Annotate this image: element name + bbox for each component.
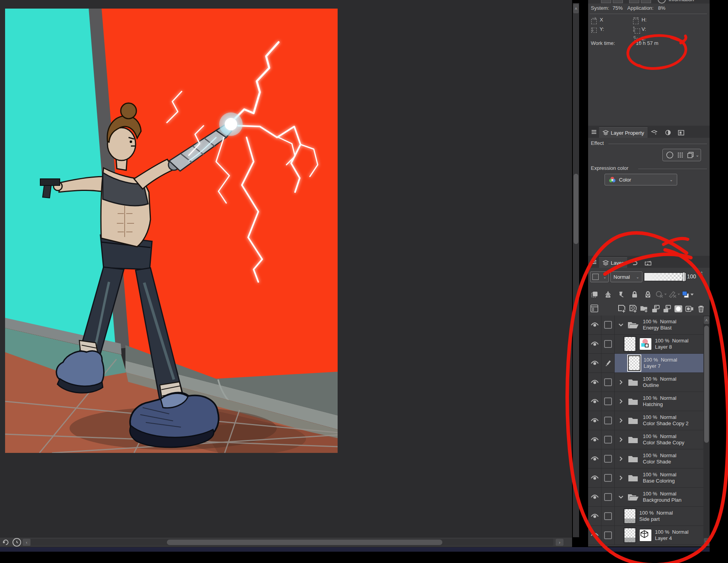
layer-checkbox[interactable] (604, 397, 612, 405)
chevron-right-icon[interactable] (617, 456, 625, 461)
visibility-cell[interactable] (588, 392, 601, 411)
eye-icon[interactable] (590, 360, 599, 366)
checkbox-cell[interactable] (601, 507, 615, 526)
merge-to-lower-icon[interactable] (662, 304, 671, 314)
layer-row[interactable]: 100 %NormalColor Shade (588, 449, 703, 469)
rotate-canvas-icon[interactable] (2, 538, 10, 547)
checkbox-cell[interactable] (601, 488, 615, 506)
layer-row-content[interactable]: 100 %NormalLayer 7 (615, 354, 703, 372)
layer-checkbox[interactable] (604, 474, 612, 482)
layer-list-scrollbar[interactable]: ˄ ˅ (703, 315, 710, 547)
visibility-cell[interactable] (588, 315, 601, 334)
visibility-cell[interactable] (588, 526, 601, 545)
visibility-cell[interactable] (588, 430, 601, 449)
eye-icon[interactable] (590, 322, 599, 328)
layer-checkbox[interactable] (604, 321, 612, 329)
chevron-down-icon[interactable]: ⌄ (696, 153, 699, 158)
canvas-vertical-scrollbar[interactable]: ˄ (573, 3, 579, 537)
visibility-cell[interactable] (588, 469, 601, 487)
tab-layer[interactable]: Layer (599, 257, 627, 268)
layer-row[interactable]: 100 %NormalLayer 7 (588, 354, 703, 373)
layer-row[interactable]: 100 %NormalLayer 8 (588, 335, 703, 354)
new-vector-layer-icon[interactable] (628, 304, 637, 314)
editing-cell[interactable] (601, 354, 615, 372)
layer-row[interactable]: 100 %NormalEnergy Blast (588, 315, 703, 335)
opacity-slider-handle[interactable] (683, 272, 685, 282)
scroll-down-button[interactable]: ˅ (704, 538, 709, 546)
layer-row[interactable]: 100 %NormalLayer 4 (588, 526, 703, 545)
checkbox-cell[interactable] (601, 469, 615, 487)
layer-row-content[interactable]: 100 %NormalColor Shade (615, 449, 703, 468)
tab-brush-detail[interactable] (674, 127, 688, 138)
reset-rotation-icon[interactable] (13, 538, 21, 547)
layer-row[interactable]: 100 %NormalColor Shade Copy 2 (588, 411, 703, 430)
visibility-cell[interactable] (588, 449, 601, 468)
layer-row[interactable]: 100 %NormalColor Shade Copy (588, 430, 703, 449)
scroll-up-button[interactable]: ˄ (704, 316, 709, 324)
draft-layer-icon[interactable] (615, 290, 628, 299)
eye-icon[interactable] (590, 437, 599, 442)
apply-mask-icon[interactable] (685, 304, 694, 314)
horizontal-scroll-thumb[interactable] (167, 540, 442, 545)
checkbox-cell[interactable] (601, 449, 615, 468)
checkbox-cell[interactable] (601, 335, 615, 353)
eye-icon[interactable] (590, 513, 599, 519)
checkbox-cell[interactable] (601, 392, 615, 411)
layer-row-content[interactable]: 100 %NormalLayer 4 (615, 526, 703, 545)
layer-row-content[interactable]: 100 %NormalColor Shade Copy (615, 430, 703, 449)
information-tab[interactable]: Information (669, 0, 694, 2)
tab-tool-property[interactable] (662, 127, 674, 138)
layer-checkbox[interactable] (604, 417, 612, 424)
chevron-right-icon[interactable] (617, 379, 625, 385)
checkbox-cell[interactable] (601, 411, 615, 430)
layer-checkbox[interactable] (604, 512, 612, 520)
lock-transparent-pixels-icon[interactable] (641, 290, 655, 299)
tab-layer-property[interactable]: Layer Property (599, 127, 648, 138)
layer-row-content[interactable]: 100 %NormalColor Shade Copy 2 (615, 411, 703, 430)
command-bar-settings-icon[interactable] (590, 305, 598, 312)
palette-color-dropdown[interactable]: ⌄ (590, 271, 609, 282)
canvas-artwork[interactable] (5, 9, 338, 453)
layer-thumbnail[interactable] (628, 355, 640, 371)
checkbox-cell[interactable] (601, 373, 615, 392)
visibility-cell[interactable] (588, 507, 601, 526)
expression-color-dropdown[interactable]: Color ⌄ (605, 174, 677, 185)
layer-row-content[interactable]: 100 %NormalHatching (615, 392, 703, 411)
scroll-right-button[interactable]: › (556, 539, 563, 546)
palette-menu-icon[interactable] (590, 128, 597, 135)
eye-icon[interactable] (590, 456, 599, 461)
layer-color-icon[interactable] (681, 290, 694, 299)
blend-mode-dropdown[interactable]: Normal ⌄ (610, 271, 642, 282)
chevron-right-icon[interactable] (617, 418, 625, 423)
tab-edit-history[interactable] (627, 257, 641, 268)
layer-thumbnail[interactable] (624, 508, 636, 524)
layer-checkbox[interactable] (604, 493, 612, 501)
layer-row[interactable]: 100 %NormalBase Coloring (588, 469, 703, 488)
visibility-cell[interactable] (588, 488, 601, 506)
eye-icon[interactable] (590, 341, 599, 347)
canvas-horizontal-scrollbar[interactable] (30, 539, 553, 546)
eye-icon[interactable] (590, 533, 599, 538)
layer-checkbox[interactable] (604, 436, 612, 444)
lock-layer-icon[interactable] (628, 290, 641, 299)
scroll-up-button[interactable]: ˄ (573, 4, 579, 13)
layer-checkbox[interactable] (604, 378, 612, 386)
chevron-right-icon[interactable] (617, 475, 625, 481)
delete-layer-icon[interactable] (696, 304, 705, 314)
layer-row-content[interactable]: 100 %NormalLayer 8 (615, 335, 703, 353)
visibility-cell[interactable] (588, 411, 601, 430)
ruler-visibility-disabled-icon[interactable] (668, 290, 681, 299)
effect-none-icon[interactable] (664, 151, 675, 159)
layer-row[interactable]: 100 %NormalBackground Plan (588, 488, 703, 507)
transfer-to-lower-icon[interactable] (651, 304, 660, 314)
eye-icon[interactable] (590, 399, 599, 404)
palette-icon[interactable] (601, 0, 611, 3)
layer-row[interactable]: 100 %NormalHatching (588, 392, 703, 411)
effect-tone-icon[interactable] (675, 151, 685, 159)
layer-scroll-thumb[interactable] (704, 326, 709, 443)
eye-icon[interactable] (590, 475, 599, 481)
palette-icon[interactable] (629, 0, 639, 3)
create-mask-icon[interactable] (674, 304, 683, 314)
new-folder-icon[interactable] (640, 304, 649, 314)
effect-border-icon[interactable] (685, 151, 696, 159)
